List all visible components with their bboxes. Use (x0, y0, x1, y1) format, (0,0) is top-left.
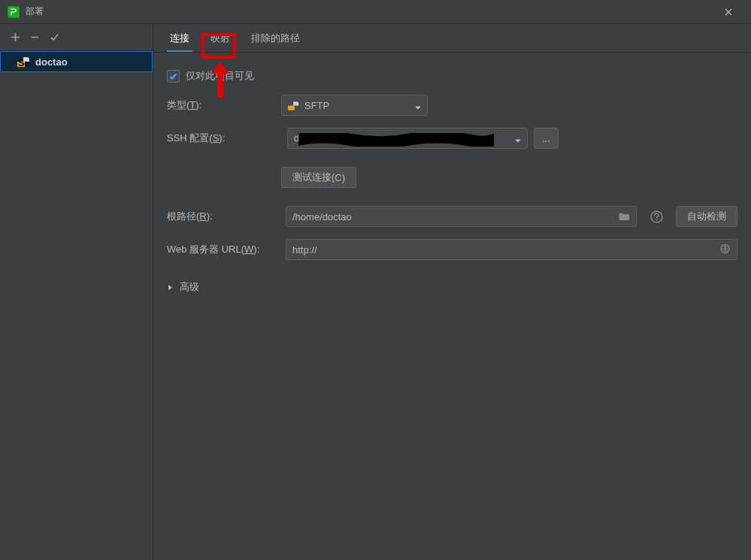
server-name-label: doctao (35, 56, 68, 68)
svg-rect-2 (288, 105, 295, 110)
sftp-icon (288, 101, 300, 110)
titlebar: 部署 (0, 0, 751, 24)
autodetect-button[interactable]: 自动检测 (676, 206, 737, 227)
chevron-down-icon (415, 102, 421, 108)
ssh-browse-button[interactable]: ... (534, 128, 559, 149)
main-panel: 连接 映射 排除的路径 仅对此项目可见 类型(T): (153, 24, 751, 560)
type-label: 类型(T): (167, 98, 281, 112)
root-path-input[interactable] (286, 206, 637, 227)
type-select[interactable]: SFTP (281, 95, 428, 116)
tab-mapping[interactable]: 映射 (200, 26, 241, 51)
set-default-button[interactable] (45, 29, 63, 47)
server-item-doctao[interactable]: SFTP doctao (0, 51, 153, 72)
root-path-label: 根路径(R): (167, 210, 281, 223)
sidebar-toolbar (0, 24, 153, 51)
web-url-label: Web 服务器 URL(W): (167, 243, 281, 256)
svg-point-4 (656, 219, 657, 221)
chevron-down-icon (515, 135, 521, 141)
remove-server-button[interactable] (26, 29, 44, 47)
ssh-config-select[interactable]: d xxxxxxxxxxxxxxxxxxxxxxxxxxxx 密码 (287, 128, 528, 149)
web-url-input[interactable] (286, 239, 737, 260)
visible-only-label: 仅对此项目可见 (186, 69, 254, 83)
advanced-expander[interactable]: 高级 (167, 274, 737, 301)
folder-icon[interactable] (619, 210, 630, 223)
ssh-config-label: SSH 配置(S): (167, 132, 281, 145)
tab-excluded[interactable]: 排除的路径 (241, 26, 310, 51)
server-sidebar: SFTP doctao (0, 24, 153, 560)
help-icon[interactable] (646, 206, 667, 227)
sftp-icon: SFTP (17, 56, 31, 67)
tabs: 连接 映射 排除的路径 (153, 24, 751, 53)
pycharm-icon (8, 6, 20, 18)
window-close-button[interactable] (713, 2, 743, 22)
add-server-button[interactable] (6, 29, 24, 47)
test-connection-button[interactable]: 测试连接(C) (281, 167, 356, 188)
window-title: 部署 (26, 5, 44, 18)
visible-only-checkbox[interactable] (167, 70, 180, 83)
globe-icon[interactable] (719, 244, 731, 256)
tab-connection[interactable]: 连接 (159, 26, 200, 51)
